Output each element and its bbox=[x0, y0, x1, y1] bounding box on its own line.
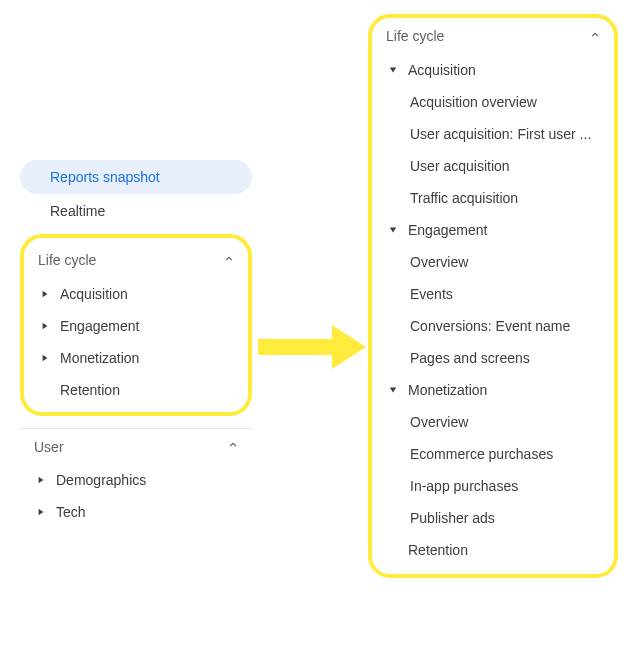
arrow-icon bbox=[258, 325, 366, 372]
chevron-up-icon bbox=[588, 28, 602, 45]
acquisition-label-right: Acquisition bbox=[408, 62, 476, 78]
caret-right-icon bbox=[34, 476, 48, 484]
reports-snapshot-label: Reports snapshot bbox=[50, 169, 236, 185]
engagement-overview-item[interactable]: Overview bbox=[372, 246, 614, 278]
realtime-label: Realtime bbox=[50, 203, 236, 219]
caret-down-icon bbox=[386, 66, 400, 74]
user-section-header[interactable]: User bbox=[20, 428, 252, 464]
user-acquisition-first-item[interactable]: User acquisition: First user ... bbox=[372, 118, 614, 150]
monetization-overview-item[interactable]: Overview bbox=[372, 406, 614, 438]
left-nav-panel: Reports snapshot Realtime Life cycle Acq… bbox=[20, 160, 252, 528]
life-cycle-title: Life cycle bbox=[38, 252, 96, 268]
life-cycle-section-header[interactable]: Life cycle bbox=[24, 242, 248, 278]
ecommerce-item[interactable]: Ecommerce purchases bbox=[372, 438, 614, 470]
reports-snapshot-item[interactable]: Reports snapshot bbox=[20, 160, 252, 194]
life-cycle-expanded-highlight: Life cycle Acquisition Acquisition overv… bbox=[368, 14, 618, 578]
retention-item-right[interactable]: Retention bbox=[372, 534, 614, 566]
life-cycle-highlight: Life cycle Acquisition Engagement Moneti… bbox=[20, 234, 252, 416]
engagement-item-right[interactable]: Engagement bbox=[372, 214, 614, 246]
events-item[interactable]: Events bbox=[372, 278, 614, 310]
user-acquisition-item[interactable]: User acquisition bbox=[372, 150, 614, 182]
caret-down-icon bbox=[386, 226, 400, 234]
life-cycle-title-right: Life cycle bbox=[386, 28, 444, 44]
conversions-item[interactable]: Conversions: Event name bbox=[372, 310, 614, 342]
pages-screens-item[interactable]: Pages and screens bbox=[372, 342, 614, 374]
engagement-item[interactable]: Engagement bbox=[24, 310, 248, 342]
caret-right-icon bbox=[34, 508, 48, 516]
retention-label: Retention bbox=[60, 382, 120, 398]
acquisition-overview-item[interactable]: Acquisition overview bbox=[372, 86, 614, 118]
monetization-label: Monetization bbox=[60, 350, 139, 366]
acquisition-item-right[interactable]: Acquisition bbox=[372, 54, 614, 86]
inapp-item[interactable]: In-app purchases bbox=[372, 470, 614, 502]
tech-item[interactable]: Tech bbox=[20, 496, 252, 528]
realtime-item[interactable]: Realtime bbox=[20, 194, 252, 228]
engagement-label-right: Engagement bbox=[408, 222, 487, 238]
caret-down-icon bbox=[386, 386, 400, 394]
caret-right-icon bbox=[38, 354, 52, 362]
monetization-item[interactable]: Monetization bbox=[24, 342, 248, 374]
demographics-label: Demographics bbox=[56, 472, 146, 488]
life-cycle-section-header-right[interactable]: Life cycle bbox=[372, 18, 614, 54]
chevron-up-icon bbox=[222, 252, 236, 269]
chevron-up-icon bbox=[226, 438, 240, 455]
demographics-item[interactable]: Demographics bbox=[20, 464, 252, 496]
caret-right-icon bbox=[38, 290, 52, 298]
traffic-acquisition-item[interactable]: Traffic acquisition bbox=[372, 182, 614, 214]
retention-item[interactable]: Retention bbox=[24, 374, 248, 406]
tech-label: Tech bbox=[56, 504, 86, 520]
publisher-ads-item[interactable]: Publisher ads bbox=[372, 502, 614, 534]
svg-rect-0 bbox=[258, 339, 336, 355]
user-title: User bbox=[34, 439, 64, 455]
acquisition-item[interactable]: Acquisition bbox=[24, 278, 248, 310]
retention-label-right: Retention bbox=[408, 542, 468, 558]
caret-right-icon bbox=[38, 322, 52, 330]
acquisition-label: Acquisition bbox=[60, 286, 128, 302]
right-nav-panel: Life cycle Acquisition Acquisition overv… bbox=[368, 14, 618, 578]
monetization-label-right: Monetization bbox=[408, 382, 487, 398]
engagement-label: Engagement bbox=[60, 318, 139, 334]
monetization-item-right[interactable]: Monetization bbox=[372, 374, 614, 406]
